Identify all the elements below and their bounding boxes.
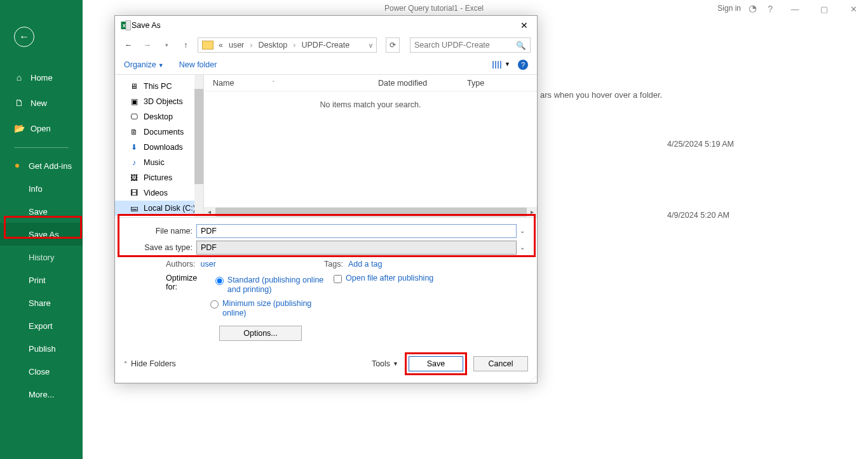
sidebar-item-export[interactable]: Export bbox=[0, 314, 83, 337]
close-window-button[interactable]: ✕ bbox=[839, 0, 868, 18]
music-icon: ♪ bbox=[129, 158, 139, 167]
sidebar-label: Share bbox=[29, 298, 51, 308]
open-icon: 📂 bbox=[14, 123, 24, 133]
sidebar-label: Close bbox=[29, 367, 50, 376]
crumb-prefix: « bbox=[219, 41, 223, 50]
search-icon[interactable]: 🔍 bbox=[516, 41, 526, 50]
save-as-dialog: X Save As ✕ ← → ▾ ↑ « user› Desktop› UPD… bbox=[114, 15, 538, 383]
new-icon: 🗋 bbox=[14, 98, 24, 108]
cancel-button[interactable]: Cancel bbox=[473, 356, 528, 371]
view-options-button[interactable]: ▼ bbox=[492, 61, 510, 69]
sidebar-label: Publish bbox=[29, 344, 56, 354]
documents-icon: 🗎 bbox=[129, 128, 139, 136]
nav-up-button[interactable]: ↑ bbox=[179, 41, 193, 50]
folder-tree: 🖥This PC ▣3D Objects 🖵Desktop 🗎Documents… bbox=[115, 75, 204, 217]
sidebar-label: Save bbox=[29, 207, 48, 216]
sidebar-item-history[interactable]: History bbox=[0, 246, 83, 269]
filename-dropdown-icon[interactable]: ⌄ bbox=[517, 227, 528, 234]
sidebar-item-publish[interactable]: Publish bbox=[0, 337, 83, 360]
highlight-saveas bbox=[4, 216, 82, 239]
sidebar-item-share[interactable]: Share bbox=[0, 291, 83, 314]
tree-item-downloads[interactable]: ⬇Downloads bbox=[115, 140, 203, 155]
crumb-user[interactable]: user bbox=[229, 41, 244, 50]
pc-icon: 🖥 bbox=[129, 82, 139, 91]
sidebar-label: History bbox=[29, 253, 54, 262]
column-date[interactable]: Date modified bbox=[369, 79, 458, 88]
authors-label: Authors: bbox=[166, 260, 196, 269]
pictures-icon: 🖼 bbox=[129, 173, 139, 182]
resize-grip[interactable]: ⋰ bbox=[530, 376, 536, 382]
sidebar-item-new[interactable]: 🗋New bbox=[0, 90, 83, 116]
sidebar-item-more[interactable]: More... bbox=[0, 383, 83, 406]
column-name[interactable]: Name˄ bbox=[204, 79, 369, 88]
save-button[interactable]: Save bbox=[409, 356, 463, 371]
nav-back-button[interactable]: ← bbox=[121, 41, 135, 50]
tree-item-videos[interactable]: 🎞Videos bbox=[115, 185, 203, 201]
tree-item-desktop[interactable]: 🖵Desktop bbox=[115, 109, 203, 124]
dialog-close-button[interactable]: ✕ bbox=[517, 18, 532, 33]
open-after-checkbox[interactable]: Open file after publishing bbox=[334, 274, 433, 284]
sidebar-item-home[interactable]: ⌂Home bbox=[0, 65, 83, 90]
empty-message: No items match your search. bbox=[204, 91, 537, 207]
sign-in-link[interactable]: Sign in bbox=[717, 4, 741, 13]
address-bar[interactable]: « user› Desktop› UPDF-Create v bbox=[198, 37, 377, 53]
filename-input[interactable] bbox=[196, 224, 517, 238]
help-icon[interactable]: ? bbox=[768, 4, 773, 14]
file-pane-hscroll[interactable]: ◂▸ bbox=[204, 207, 537, 217]
sidebar-item-getaddins[interactable]: Get Add-ins bbox=[0, 154, 83, 177]
sidebar-item-info[interactable]: Info bbox=[0, 177, 83, 200]
restore-button[interactable]: ▢ bbox=[810, 0, 839, 18]
chevron-up-icon: ˄ bbox=[124, 361, 127, 368]
refresh-button[interactable]: ⟳ bbox=[386, 37, 400, 53]
authors-value[interactable]: user bbox=[201, 260, 216, 269]
search-input[interactable] bbox=[414, 41, 516, 50]
excel-icon: X bbox=[120, 20, 132, 31]
sidebar-label: More... bbox=[29, 390, 54, 399]
bg-date-2: 4/9/2024 5:20 AM bbox=[667, 211, 729, 220]
sidebar-label: Home bbox=[31, 73, 53, 83]
sidebar-label: Get Add-ins bbox=[29, 161, 72, 171]
column-type[interactable]: Type bbox=[458, 79, 537, 88]
tree-scrollbar-thumb[interactable] bbox=[194, 89, 203, 184]
new-folder-button[interactable]: New folder bbox=[179, 60, 217, 69]
nav-recent-caret[interactable]: ▾ bbox=[159, 42, 173, 48]
minimize-button[interactable]: — bbox=[780, 0, 810, 18]
organize-menu[interactable]: Organize▼ bbox=[124, 60, 164, 69]
hide-folders-toggle[interactable]: ˄Hide Folders bbox=[124, 359, 176, 368]
savetype-dropdown-icon[interactable]: ⌄ bbox=[517, 244, 528, 251]
tree-item-documents[interactable]: 🗎Documents bbox=[115, 124, 203, 140]
address-dropdown-icon[interactable]: v bbox=[369, 42, 372, 49]
sidebar-item-open[interactable]: 📂Open bbox=[0, 116, 83, 141]
tools-menu[interactable]: Tools ▼ bbox=[372, 359, 398, 368]
account-icon[interactable]: ◔ bbox=[749, 3, 757, 14]
tree-item-localdisk[interactable]: 🖴Local Disk (C:) bbox=[115, 201, 203, 216]
search-box[interactable]: 🔍 bbox=[410, 37, 531, 53]
nav-forward-button[interactable]: → bbox=[140, 41, 154, 50]
tree-item-pictures[interactable]: 🖼Pictures bbox=[115, 170, 203, 185]
sort-indicator-icon: ˄ bbox=[272, 80, 275, 86]
optimize-minimum-radio[interactable]: Minimum size (publishing online) bbox=[210, 299, 334, 319]
sidebar-item-close[interactable]: Close bbox=[0, 360, 83, 383]
disk-icon: 🖴 bbox=[129, 204, 139, 213]
tree-item-3dobjects[interactable]: ▣3D Objects bbox=[115, 94, 203, 109]
optimize-standard-radio[interactable]: Standard (publishing online and printing… bbox=[215, 276, 334, 295]
tree-item-thispc[interactable]: 🖥This PC bbox=[115, 79, 203, 94]
back-button[interactable]: ← bbox=[14, 27, 34, 47]
app-title: Power Query tutorial1 - Excel bbox=[384, 4, 484, 13]
dialog-title: Save As bbox=[132, 21, 161, 30]
tags-value[interactable]: Add a tag bbox=[348, 260, 383, 269]
svg-text:X: X bbox=[123, 23, 126, 29]
tags-label: Tags: bbox=[324, 260, 343, 269]
crumb-updf[interactable]: UPDF-Create bbox=[301, 41, 349, 50]
crumb-desktop[interactable]: Desktop bbox=[258, 41, 287, 50]
objects3d-icon: ▣ bbox=[129, 97, 139, 106]
savetype-dropdown[interactable]: PDF bbox=[196, 241, 517, 255]
svg-rect-1 bbox=[126, 21, 131, 30]
home-icon: ⌂ bbox=[14, 72, 24, 83]
folder-icon bbox=[202, 41, 214, 50]
sidebar-label: New bbox=[31, 98, 47, 108]
tree-item-music[interactable]: ♪Music bbox=[115, 155, 203, 170]
sidebar-item-print[interactable]: Print bbox=[0, 269, 83, 291]
dialog-help-button[interactable]: ? bbox=[518, 60, 528, 70]
options-button[interactable]: Options... bbox=[219, 326, 302, 341]
